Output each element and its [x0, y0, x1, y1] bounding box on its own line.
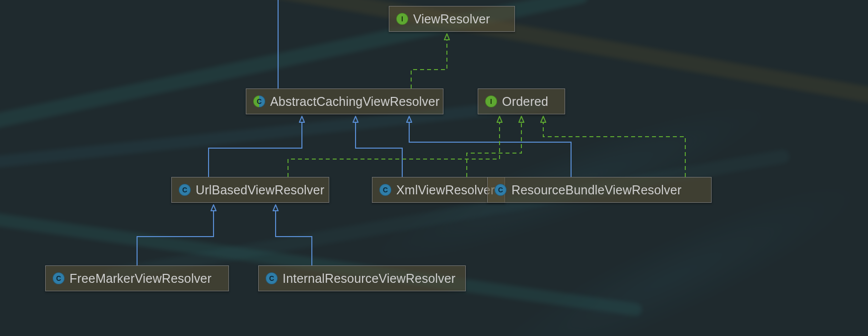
node-ordered[interactable]: Ordered [478, 88, 565, 114]
node-urlbasedviewresolver[interactable]: UrlBasedViewResolver [171, 177, 329, 203]
class-icon [53, 272, 65, 284]
class-icon [379, 184, 391, 196]
node-internalresourceviewresolver[interactable]: InternalResourceViewResolver [258, 265, 466, 291]
node-resourcebundleviewresolver[interactable]: ResourceBundleViewResolver [487, 177, 712, 203]
node-label: ViewResolver [413, 12, 490, 26]
class-icon [266, 272, 278, 284]
class-icon [495, 184, 506, 196]
node-label: UrlBasedViewResolver [196, 183, 324, 197]
node-label: XmlViewResolver [396, 183, 495, 197]
interface-icon [396, 13, 408, 25]
node-label: InternalResourceViewResolver [283, 271, 455, 286]
node-abstractcachingviewresolver[interactable]: AbstractCachingViewResolver [246, 88, 443, 114]
node-viewresolver[interactable]: ViewResolver [389, 6, 515, 32]
node-label: AbstractCachingViewResolver [270, 94, 439, 109]
node-label: Ordered [502, 94, 548, 109]
interface-icon [485, 95, 497, 107]
class-icon [179, 184, 191, 196]
node-xmlviewresolver[interactable]: XmlViewResolver [372, 177, 505, 203]
abstract-class-icon [253, 95, 265, 107]
node-freemarkerviewresolver[interactable]: FreeMarkerViewResolver [45, 265, 229, 291]
node-label: ResourceBundleViewResolver [511, 183, 681, 197]
node-label: FreeMarkerViewResolver [70, 271, 212, 286]
